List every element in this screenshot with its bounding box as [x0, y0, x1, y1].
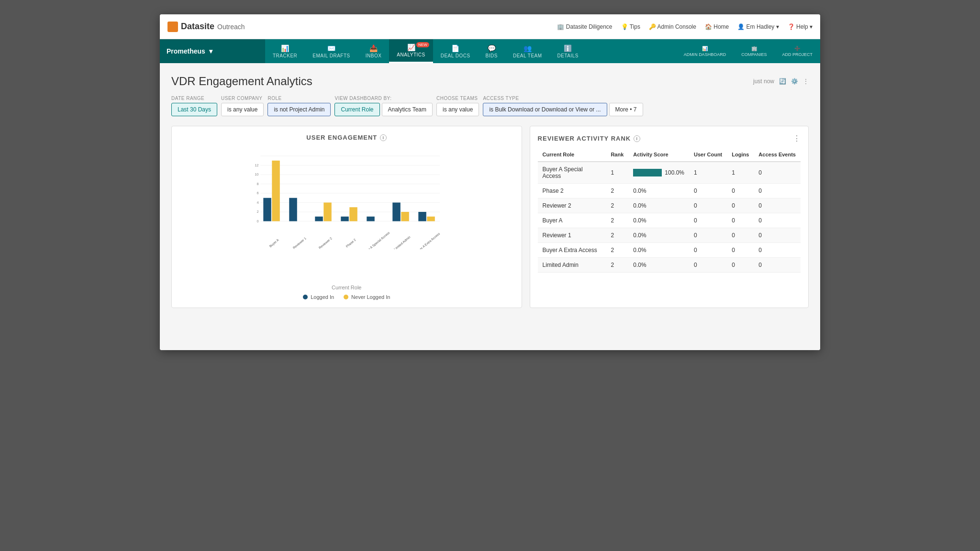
reviewer-activity-info-icon[interactable]: i [634, 135, 640, 142]
tab-analytics[interactable]: 📈 ANALYTICS NEW [389, 39, 433, 63]
tab-deal-team[interactable]: 👥 DEAL TEAM [505, 39, 550, 63]
tab-deal-docs[interactable]: 📄 DEAL DOCS [433, 39, 478, 63]
col-user-count: User Count [689, 148, 727, 162]
user-menu[interactable]: 👤 Em Hadley ▾ [737, 23, 779, 30]
cell-activity-score: 0.0% [628, 258, 689, 273]
label-reviewer-2: Reviewer 2 [318, 236, 333, 249]
home-link[interactable]: 🏠 Home [705, 23, 729, 30]
tab-tracker[interactable]: 📊 TRACKER [265, 39, 305, 63]
cell-rank: 1 [606, 162, 628, 184]
reviewer-table-body: Buyer A Special Access1100.0%110Phase 22… [538, 162, 801, 273]
svg-text:0: 0 [256, 219, 258, 223]
cell-access-events: 0 [754, 213, 801, 228]
nav-tabs: 📊 TRACKER ✉️ EMAIL DRAFTS 📥 INBOX 📈 ANAL… [265, 39, 676, 63]
table-header-row: Current Role Rank Activity Score User Co… [538, 148, 801, 162]
last-updated-text: just now [753, 78, 774, 85]
col-activity-score: Activity Score [628, 148, 689, 162]
svg-text:8: 8 [256, 182, 258, 186]
date-range-chip[interactable]: Last 30 Days [171, 103, 217, 116]
cell-role: Buyer A Extra Access [538, 243, 606, 258]
access-type-chip[interactable]: is Bulk Download or Download or View or … [483, 103, 607, 116]
more-options-icon[interactable]: ⋮ [803, 78, 809, 85]
inbox-icon: 📥 [369, 44, 378, 52]
cell-role: Reviewer 1 [538, 228, 606, 243]
tips-link[interactable]: 💡 Tips [621, 23, 640, 30]
filter-bar: DATE RANGE Last 30 Days USER COMPANY is … [171, 96, 809, 116]
project-name: Prometheus [167, 47, 205, 55]
bar-reviewer-1-logged [289, 198, 297, 221]
diligence-link[interactable]: 🏢 Datasite Diligence [557, 23, 612, 30]
reviewer-activity-title: REVIEWER ACTIVITY RANK i [538, 135, 641, 142]
admin-console-link[interactable]: 🔑 Admin Console [649, 23, 696, 30]
cell-logins: 0 [727, 198, 754, 213]
companies-tool[interactable]: 🏢 COMPANIES [734, 39, 774, 63]
add-project-tool[interactable]: ➕ ADD PROJECT [774, 39, 820, 63]
admin-dashboard-icon: 📊 [702, 46, 708, 51]
companies-icon: 🏢 [751, 46, 757, 51]
bar-buyer-a-logged [263, 198, 271, 221]
bar-chart-container: 0 2 4 6 8 10 12 Buyer A [179, 149, 514, 283]
project-selector[interactable]: Prometheus ▾ [160, 39, 265, 63]
admin-dashboard-label: ADMIN DASHBOARD [684, 52, 726, 57]
table-options-button[interactable]: ⋮ [793, 134, 801, 143]
user-company-chip[interactable]: is any value [221, 103, 264, 116]
admin-dashboard-tool[interactable]: 📊 ADMIN DASHBOARD [676, 39, 734, 63]
tab-details[interactable]: ℹ️ DETAILS [550, 39, 586, 63]
project-dropdown-icon: ▾ [209, 47, 212, 55]
tab-inbox[interactable]: 📥 INBOX [358, 39, 390, 63]
bar-phase-2-never [349, 207, 357, 221]
user-engagement-panel: USER ENGAGEMENT i [171, 126, 522, 308]
current-role-chip[interactable]: Current Role [334, 103, 379, 116]
details-icon: ℹ️ [564, 44, 572, 52]
table-row: Reviewer 220.0%000 [538, 198, 801, 213]
tab-email-drafts[interactable]: ✉️ EMAIL DRAFTS [305, 39, 357, 63]
cell-activity-score: 0.0% [628, 198, 689, 213]
tracker-icon: 📊 [281, 44, 289, 52]
bar-phase-2-logged [341, 217, 349, 221]
datasite-logo[interactable]: Datasite Outreach [167, 22, 245, 32]
cell-logins: 0 [727, 213, 754, 228]
cell-user-count: 0 [689, 228, 727, 243]
analytics-icon: 📈 [407, 44, 415, 51]
companies-label: COMPANIES [741, 52, 767, 57]
help-link[interactable]: ❓ Help ▾ [788, 23, 813, 30]
access-type-label: ACCESS TYPE [483, 96, 643, 101]
refresh-icon[interactable]: 🔄 [779, 78, 786, 85]
bar-buyer-a-extra-logged [418, 212, 426, 221]
choose-teams-filter: CHOOSE TEAMS is any value [436, 96, 479, 116]
date-range-filter: DATE RANGE Last 30 Days [171, 96, 217, 116]
choose-teams-label: CHOOSE TEAMS [436, 96, 479, 101]
cell-activity-score: 0.0% [628, 213, 689, 228]
analytics-label: ANALYTICS [397, 52, 425, 57]
cell-rank: 2 [606, 243, 628, 258]
cell-logins: 0 [727, 228, 754, 243]
table-row: Phase 220.0%000 [538, 184, 801, 198]
choose-teams-chip[interactable]: is any value [436, 103, 479, 116]
add-project-icon: ➕ [794, 46, 800, 51]
cell-user-count: 0 [689, 198, 727, 213]
filter-icon[interactable]: ⚙️ [791, 78, 798, 85]
top-nav-links: 🏢 Datasite Diligence 💡 Tips 🔑 Admin Cons… [557, 23, 813, 30]
label-buyer-a: Buyer A [268, 238, 280, 248]
add-project-label: ADD PROJECT [782, 52, 813, 57]
user-company-filter: USER COMPANY is any value [221, 96, 264, 116]
cell-access-events: 0 [754, 184, 801, 198]
table-row: Buyer A Extra Access20.0%000 [538, 243, 801, 258]
svg-text:6: 6 [256, 191, 258, 195]
user-engagement-info-icon[interactable]: i [380, 134, 387, 141]
deal-docs-label: DEAL DOCS [441, 53, 470, 58]
table-row: Limited Admin20.0%000 [538, 258, 801, 273]
more-filter-chip[interactable]: More • 7 [609, 103, 643, 116]
role-filter: ROLE is not Project Admin [267, 96, 331, 116]
analytics-team-chip[interactable]: Analytics Team [382, 103, 433, 116]
top-navigation: Datasite Outreach 🏢 Datasite Diligence 💡… [160, 14, 820, 39]
bar-buyer-a-never [272, 161, 280, 221]
label-reviewer-1: Reviewer 1 [292, 236, 307, 249]
tab-bids[interactable]: 💬 BIDS [478, 39, 505, 63]
cell-rank: 2 [606, 198, 628, 213]
date-range-label: DATE RANGE [171, 96, 217, 101]
role-chip[interactable]: is not Project Admin [267, 103, 331, 116]
cell-user-count: 1 [689, 162, 727, 184]
label-buyer-a-special: Buyer A Special Access [362, 231, 391, 249]
user-company-label: USER COMPANY [221, 96, 264, 101]
